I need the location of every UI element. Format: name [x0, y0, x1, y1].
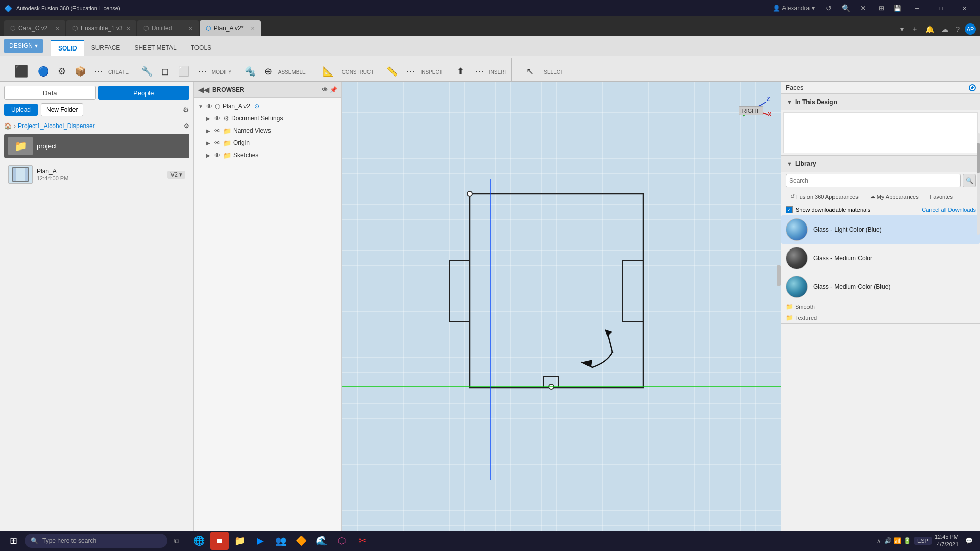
tree-named-views[interactable]: ▶ 👁 📁 Named Views [194, 124, 341, 137]
show-hidden-btn[interactable]: ∧ [877, 538, 881, 544]
upload-button[interactable]: Upload [4, 104, 38, 116]
in-design-header[interactable]: ▼ In This Design [781, 94, 980, 110]
battery-icon[interactable]: 🔋 [903, 537, 911, 544]
faces-radio[interactable] [969, 84, 976, 91]
taskbar-search[interactable]: 🔍 Type here to search [24, 534, 167, 548]
browser-collapse-btn[interactable]: ◀◀ [198, 86, 209, 94]
taskbar-app2[interactable]: ▶ [251, 532, 270, 550]
material-glass-blue[interactable]: Glass - Light Color (Blue) [781, 215, 980, 244]
modify-fillet-btn[interactable]: ⬜ [175, 63, 192, 80]
doc-settings-visibility-icon[interactable]: 👁 [214, 115, 221, 122]
sketches-visibility-icon[interactable]: 👁 [214, 152, 221, 159]
origin-visibility-icon[interactable]: 👁 [214, 139, 221, 147]
library-search-input[interactable] [786, 174, 961, 187]
file-version[interactable]: V2 ▾ [167, 171, 185, 179]
clock[interactable]: 12:45 PM 4/7/2021 [935, 533, 959, 549]
browser-pin-icon[interactable]: 📌 [330, 86, 337, 93]
home-icon[interactable]: 🏠 [4, 122, 12, 130]
tab-untitled[interactable]: ⬡ Untitled ✕ [137, 20, 199, 36]
account-btn[interactable]: ☁ [939, 23, 950, 35]
close-btn[interactable]: ✕ [952, 0, 976, 16]
create-loft-btn[interactable]: 📦 [71, 63, 89, 80]
tab-solid[interactable]: SOLID [51, 40, 84, 56]
tree-doc-settings[interactable]: ▶ 👁 ⚙ Document Settings [194, 112, 341, 124]
favorites-tab[interactable]: Favorites [925, 192, 958, 202]
downloadable-checkbox[interactable]: ✓ [786, 206, 793, 213]
panel-settings-btn[interactable]: ⚙ [183, 106, 189, 114]
tab-untitled-close[interactable]: ✕ [188, 26, 192, 31]
tab-tools[interactable]: TOOLS [184, 40, 218, 56]
taskbar-app3[interactable]: 🔶 [292, 532, 310, 550]
fusion-appearances-tab[interactable]: ↺ Fusion 360 Appearances [786, 191, 863, 202]
named-views-visibility-icon[interactable]: 👁 [214, 127, 221, 135]
root-target-icon[interactable]: ⊙ [254, 103, 259, 110]
tree-root[interactable]: ▼ 👁 ⬡ Plan_A v2 ⊙ [194, 100, 341, 112]
taskbar-teams[interactable]: 👥 [272, 532, 290, 550]
construct-plane-btn[interactable]: 📐 [315, 63, 341, 80]
canvas-area[interactable]: Z X RIGHT [342, 82, 781, 531]
search-btn[interactable]: 🔍 [842, 4, 850, 12]
grid-apps-btn[interactable]: ⊞ [879, 5, 884, 12]
modify-shell-btn[interactable]: ◻ [157, 63, 174, 80]
tree-sketches[interactable]: ▶ 👁 📁 Sketches [194, 149, 341, 161]
tab-ensamble-close[interactable]: ✕ [126, 26, 130, 31]
browser-visibility-icon[interactable]: 👁 [322, 86, 328, 93]
material-glass-medium[interactable]: Glass - Medium Color [781, 244, 980, 272]
new-tab-btn[interactable]: ＋ [909, 22, 920, 36]
modify-more-btn[interactable]: ⋯ [193, 63, 211, 80]
material-glass-medium-blue[interactable]: Glass - Medium Color (Blue) [781, 272, 980, 301]
create-extrude-btn[interactable]: ⬛ [8, 63, 34, 80]
network-icon[interactable]: 📶 [894, 537, 901, 544]
taskbar-app4[interactable]: 🌊 [312, 532, 331, 550]
tab-sheetmetal[interactable]: SHEET METAL [127, 40, 183, 56]
scrollbar-thumb[interactable] [977, 143, 980, 173]
insert-btn[interactable]: ⬆ [452, 63, 470, 80]
minimize-btn[interactable]: ─ [905, 0, 929, 16]
insert-more-btn[interactable]: ⋯ [471, 63, 488, 80]
tab-plan[interactable]: ⬡ Plan_A v2* ✕ [200, 20, 261, 36]
save-btn[interactable]: 💾 [894, 5, 901, 12]
tab-cara-close[interactable]: ✕ [55, 26, 59, 31]
refresh-btn[interactable]: ↺ [826, 4, 832, 12]
create-sweep-btn[interactable]: ⚙ [53, 63, 70, 80]
inspect-measure-btn[interactable]: 📏 [383, 63, 401, 80]
taskbar-chrome[interactable]: 🌐 [190, 532, 208, 550]
people-tab[interactable]: People [98, 86, 190, 100]
library-header[interactable]: ▼ Library [781, 156, 980, 172]
user-profile[interactable]: 👤 Alexandra ▾ [773, 5, 814, 12]
data-tab[interactable]: Data [4, 86, 96, 100]
design-menu-btn[interactable]: DESIGN ▾ [4, 39, 43, 53]
create-more-btn[interactable]: ⋯ [90, 63, 107, 80]
breadcrumb-settings-btn[interactable]: ⚙ [184, 122, 189, 130]
root-visibility-icon[interactable]: 👁 [206, 103, 213, 110]
close-panel-btn[interactable]: ✕ [860, 4, 866, 12]
taskbar-app5[interactable]: ⬡ [333, 532, 351, 550]
notification-btn[interactable]: 💬 [962, 534, 976, 548]
category-smooth[interactable]: 📁 Smooth [781, 301, 980, 312]
task-view-btn[interactable]: ⧉ [169, 534, 184, 548]
inspect-more-btn[interactable]: ⋯ [402, 63, 419, 80]
user-avatar[interactable]: AP [965, 23, 976, 35]
create-revolve-btn[interactable]: 🔵 [35, 63, 52, 80]
assemble-joint-btn[interactable]: ⊕ [260, 63, 277, 80]
maximize-btn[interactable]: □ [929, 0, 952, 16]
category-textured[interactable]: 📁 Textured [781, 312, 980, 323]
taskbar-explorer[interactable]: 📁 [231, 532, 249, 550]
start-button[interactable]: ⊞ [4, 532, 22, 550]
language-indicator[interactable]: ESP [914, 537, 932, 545]
library-search-button[interactable]: 🔍 [963, 174, 976, 187]
taskbar-app1[interactable]: ■ [210, 532, 229, 550]
modify-press-btn[interactable]: 🔧 [138, 63, 156, 80]
project-folder-item[interactable]: 📁 project [4, 134, 189, 158]
panel-resize-handle[interactable] [777, 265, 781, 286]
breadcrumb-project[interactable]: Project1_Alcohol_Dispenser [18, 122, 95, 130]
assemble-new-btn[interactable]: 🔩 [241, 63, 259, 80]
help-btn[interactable]: ? [953, 23, 962, 35]
tab-ensamble[interactable]: ⬡ Ensamble_1 v3 ✕ [66, 20, 136, 36]
select-btn[interactable]: ↖ [517, 63, 543, 80]
tab-surface[interactable]: SURFACE [84, 40, 128, 56]
new-folder-button[interactable]: New Folder [41, 103, 83, 116]
my-appearances-tab[interactable]: ☁ My Appearances [865, 191, 923, 202]
taskbar-app6[interactable]: ✂ [353, 532, 372, 550]
tab-plan-close[interactable]: ✕ [251, 26, 255, 31]
